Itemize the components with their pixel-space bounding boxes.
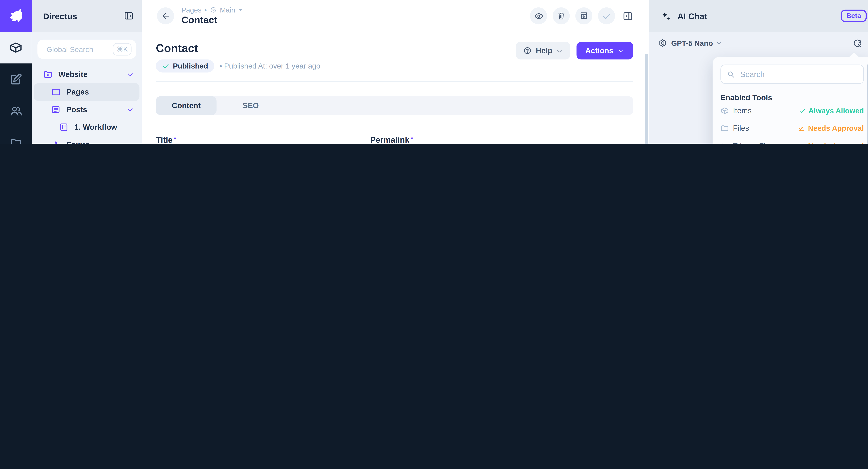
sidebar-item-pages[interactable]: Pages xyxy=(34,83,140,101)
tool-permission[interactable]: Always Allowed xyxy=(799,106,864,115)
clear-history-button[interactable] xyxy=(852,38,862,48)
module-users[interactable] xyxy=(0,95,32,127)
form-fields: Title* The title of this page. Permalink… xyxy=(156,135,568,144)
required-mark: * xyxy=(410,135,413,142)
tools-search-input[interactable] xyxy=(739,69,858,79)
main-content: Pages • Main Contact Contact xyxy=(142,0,649,144)
eye-icon xyxy=(534,11,544,21)
archive-button[interactable] xyxy=(575,7,592,24)
global-search[interactable]: ⌘K xyxy=(37,40,136,59)
tab-content[interactable]: Content xyxy=(156,96,216,115)
main-scrollbar[interactable] xyxy=(645,54,648,144)
sidebar-item-website[interactable]: Website xyxy=(34,66,140,83)
openai-logo-icon xyxy=(658,38,667,47)
tab-seo[interactable]: SEO xyxy=(227,96,275,115)
status-badge: Published xyxy=(156,60,214,72)
search-icon xyxy=(727,70,735,78)
breadcrumb-version[interactable]: Main xyxy=(220,6,235,14)
directus-rabbit-logo-icon xyxy=(6,6,26,26)
check-icon xyxy=(602,11,612,21)
chevron-down-icon[interactable] xyxy=(716,40,721,46)
letter-a-icon xyxy=(51,140,61,144)
module-content[interactable] xyxy=(0,32,32,64)
content-topbar: Pages • Main Contact xyxy=(142,0,649,32)
help-circle-icon xyxy=(523,46,532,55)
tools-popover: Enabled Tools Items Always Allowed Files… xyxy=(712,57,868,144)
detail-tabs: Content SEO xyxy=(156,96,633,115)
folder-icon xyxy=(10,136,22,144)
folder-star-icon xyxy=(43,70,53,79)
ai-chat-header: AI Chat Beta xyxy=(649,0,868,32)
model-row: GPT-5 Nano xyxy=(649,32,868,55)
actions-button[interactable]: Actions xyxy=(577,42,633,60)
chevron-down-icon xyxy=(556,47,563,54)
published-meta: • Published At: over 1 year ago xyxy=(219,62,320,70)
header-divider xyxy=(156,81,633,82)
module-editor[interactable] xyxy=(0,64,32,95)
ai-chat-panel: AI Chat Beta GPT-5 Nano Enabled Tools It… xyxy=(649,0,868,144)
module-rail: 72 xyxy=(0,0,32,144)
ai-sparkle-icon xyxy=(660,10,671,21)
tool-files[interactable]: Files Needs Approval xyxy=(720,120,864,137)
ai-chat-title: AI Chat xyxy=(677,11,707,21)
toggle-right-panel-button[interactable] xyxy=(622,10,633,21)
field-title: Title* The title of this page. xyxy=(156,135,354,144)
breadcrumb-collection[interactable]: Pages xyxy=(181,6,202,14)
chevron-down-icon xyxy=(618,47,625,54)
sidebar-header: Directus xyxy=(32,0,142,32)
breadcrumb[interactable]: Pages • Main xyxy=(181,6,530,14)
window-icon xyxy=(51,87,61,97)
model-selector[interactable]: GPT-5 Nano xyxy=(671,39,713,47)
kanban-icon xyxy=(59,122,69,132)
chevron-down-icon[interactable] xyxy=(238,7,243,12)
sidebar-item-forms[interactable]: Forms xyxy=(34,136,140,144)
chevron-down-icon[interactable] xyxy=(126,106,134,113)
page-header: Contact Published • Published At: over 1… xyxy=(156,42,633,72)
nav-sidebar: Directus ⌘K Website Pages Posts xyxy=(32,0,142,144)
app-window: 72 Directus ⌘K xyxy=(0,0,868,144)
trash-icon xyxy=(557,11,566,20)
preview-button[interactable] xyxy=(530,7,547,24)
title-label: Title xyxy=(156,135,173,144)
permalink-label: Permalink xyxy=(370,135,409,144)
tool-permission[interactable]: Needs Approval xyxy=(798,124,864,133)
global-search-input[interactable] xyxy=(45,44,100,54)
back-button[interactable] xyxy=(157,7,174,24)
folder-icon xyxy=(720,124,733,133)
field-permalink: Permalink* Unique URL for this page (sta… xyxy=(370,135,568,144)
search-kbd-hint: ⌘K xyxy=(113,43,131,56)
topbar-title: Contact xyxy=(181,14,530,26)
sidebar-item-workflow[interactable]: 1. Workflow xyxy=(34,118,140,136)
tools-search[interactable] xyxy=(720,65,864,84)
module-files[interactable] xyxy=(0,127,32,144)
check-icon xyxy=(162,62,169,70)
chevron-down-icon[interactable] xyxy=(126,71,134,78)
enabled-tools-header: Enabled Tools xyxy=(720,94,864,102)
save-button[interactable] xyxy=(598,7,615,24)
panel-right-icon xyxy=(622,10,633,21)
edit-square-icon xyxy=(10,73,22,86)
help-button[interactable]: Help xyxy=(516,42,570,60)
cube-icon xyxy=(9,41,23,54)
page-title: Contact xyxy=(156,42,320,55)
delete-button[interactable] xyxy=(553,7,570,24)
directus-logo-button[interactable] xyxy=(0,0,32,32)
archive-icon xyxy=(579,11,588,20)
users-icon xyxy=(9,104,22,118)
version-sync-icon xyxy=(210,6,217,13)
arrow-left-icon xyxy=(161,11,170,21)
article-icon xyxy=(51,105,61,114)
sidebar-item-posts[interactable]: Posts xyxy=(34,101,140,118)
collection-nav: Website Pages Posts 1. Workflow Forms xyxy=(32,65,142,144)
play-icon xyxy=(720,142,733,144)
beta-badge: Beta xyxy=(841,10,867,22)
tool-permission[interactable]: Needs Approval xyxy=(798,141,864,144)
popover-scrollbar[interactable] xyxy=(867,64,868,144)
cube-icon xyxy=(720,106,733,115)
app-title: Directus xyxy=(43,11,77,21)
breadcrumb-separator: • xyxy=(204,6,207,14)
collapse-sidebar-icon[interactable] xyxy=(124,11,134,21)
tool-trigger-flow[interactable]: Trigger Flow Needs Approval xyxy=(720,137,864,144)
tool-items[interactable]: Items Always Allowed xyxy=(720,102,864,120)
required-mark: * xyxy=(174,135,176,142)
